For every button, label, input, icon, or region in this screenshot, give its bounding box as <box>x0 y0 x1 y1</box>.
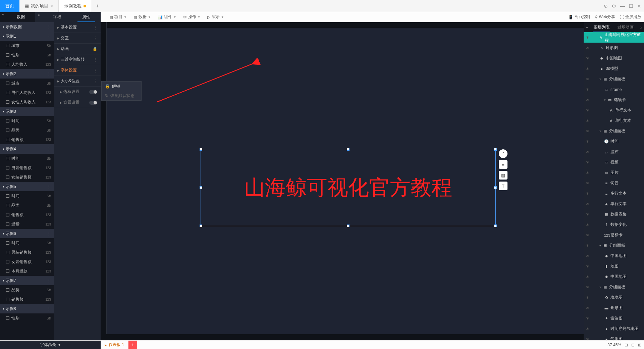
data-group-header[interactable]: ▾示例6⋮ <box>0 229 54 238</box>
resize-handle[interactable] <box>494 186 497 189</box>
add-tab-button[interactable]: + <box>92 3 103 9</box>
layer-row[interactable]: 👁✦雷达图 <box>584 313 644 323</box>
more-icon[interactable]: ⋮ <box>47 184 51 189</box>
visibility-icon[interactable]: 👁 <box>586 223 590 227</box>
resize-handle[interactable] <box>200 186 202 189</box>
data-field-row[interactable]: 女性人均收入123 <box>0 97 54 107</box>
visibility-icon[interactable]: 👁 <box>586 285 590 289</box>
data-field-row[interactable]: 品类Str <box>0 126 54 135</box>
layer-row[interactable]: 👁◆中国地图 <box>584 53 644 63</box>
prop-bg[interactable]: ▶背景设置 <box>54 97 101 108</box>
more-icon[interactable]: ⋮ <box>47 278 51 283</box>
checkbox-icon[interactable] <box>6 91 9 94</box>
visibility-icon[interactable]: 👁 <box>586 306 590 310</box>
data-field-row[interactable]: 城市Str <box>0 79 54 88</box>
visibility-icon[interactable]: 👁 <box>586 264 590 268</box>
data-field-row[interactable]: 性别Str <box>0 313 54 323</box>
prop-border[interactable]: ▶边框设置 <box>54 87 101 97</box>
visibility-icon[interactable]: 👁 <box>586 244 590 248</box>
visibility-icon[interactable]: 👁 <box>586 192 590 196</box>
layer-row[interactable]: 👁≡多行文本 <box>584 188 644 199</box>
minimize-icon[interactable]: — <box>620 3 625 9</box>
search-icon[interactable]: ⌕ <box>35 12 43 22</box>
layer-row[interactable]: 👁123指标卡 <box>584 230 644 240</box>
checkbox-icon[interactable] <box>6 82 9 85</box>
layer-row[interactable]: 👁▮地图 <box>584 261 644 271</box>
collapse-right-icon[interactable]: » <box>584 25 590 30</box>
app-control-button[interactable]: 📱App控制 <box>568 14 590 20</box>
layer-row[interactable]: 👁▭视频 <box>584 157 644 167</box>
checkbox-icon[interactable] <box>6 138 9 141</box>
fullscreen-button[interactable]: ⛶全屏播放 <box>620 14 641 20</box>
checkbox-icon[interactable] <box>6 129 9 132</box>
visibility-icon[interactable]: 👁 <box>586 275 590 279</box>
layer-row[interactable]: 👁▬矩形图 <box>584 303 644 313</box>
more-icon[interactable]: ⋮ <box>93 68 97 73</box>
checkbox-icon[interactable] <box>6 63 9 66</box>
data-field-row[interactable]: 销售额123 <box>0 210 54 219</box>
tool-text[interactable]: T <box>499 182 507 190</box>
canvas[interactable]: 山海鲸可视化官方教程 ⌃ ≡ ▧ T <box>101 22 584 340</box>
data-field-row[interactable]: 时间Str <box>0 238 54 248</box>
visibility-icon[interactable]: 👁 <box>586 98 590 102</box>
visibility-icon[interactable]: 👁 <box>586 129 590 133</box>
web-share-button[interactable]: ⚲Web分享 <box>595 14 615 20</box>
resize-handle[interactable] <box>494 225 497 227</box>
visibility-icon[interactable]: 👁 <box>586 212 590 216</box>
layer-row[interactable]: 👁A单行文本 <box>584 199 644 209</box>
checkbox-icon[interactable] <box>6 204 9 207</box>
checkbox-icon[interactable] <box>6 260 9 263</box>
more-icon[interactable]: ⋮ <box>93 25 97 30</box>
checkbox-icon[interactable] <box>6 269 9 273</box>
more-icon[interactable]: ⋮ <box>47 147 51 151</box>
data-field-row[interactable]: 男装销售额123 <box>0 163 54 172</box>
layer-row[interactable]: 👁▾▦分组面板 <box>584 74 644 84</box>
ctx-reset[interactable]: ↻恢复默认状态 <box>102 91 141 100</box>
data-field-row[interactable]: 本月退款123 <box>0 266 54 276</box>
layer-row[interactable]: 👁●时间序列气泡图 <box>584 323 644 334</box>
layer-row[interactable]: 👁●气泡图 <box>584 334 644 340</box>
visibility-icon[interactable]: 👁 <box>586 233 590 237</box>
checkbox-icon[interactable] <box>6 44 9 47</box>
checkbox-icon[interactable] <box>6 166 9 169</box>
more-icon[interactable]: ⋮ <box>47 24 51 29</box>
visibility-icon[interactable]: 👁 <box>586 254 590 258</box>
visibility-icon[interactable]: 👁 <box>586 77 590 81</box>
visibility-icon[interactable]: 👁 <box>586 119 590 123</box>
zoom-level[interactable]: 37.45% <box>607 343 621 347</box>
dashboard-tab[interactable]: ▸仪表板 1 <box>101 341 128 349</box>
layer-row[interactable]: 👁▾▦分组面板 <box>584 240 644 251</box>
search-icon[interactable]: ⌕ <box>638 25 644 30</box>
checkbox-icon[interactable] <box>6 251 9 254</box>
menu-component[interactable]: 📊组件▼ <box>155 14 179 20</box>
prop-basic[interactable]: ▶基本设置⋮ <box>54 22 101 33</box>
tab-home[interactable]: 首页 <box>0 0 19 12</box>
layer-row[interactable]: 👁A山海鲸可视化官方教程 <box>584 32 644 43</box>
add-dashboard-button[interactable]: + <box>128 341 137 349</box>
more-icon[interactable]: ⋮ <box>93 79 97 84</box>
data-group-header[interactable]: ▾示例7⋮ <box>0 276 54 285</box>
resize-handle[interactable] <box>347 148 350 151</box>
font-highlight[interactable]: 字体高亮▼ <box>0 341 101 349</box>
layer-row[interactable]: 👁A单行文本 <box>584 105 644 115</box>
data-field-row[interactable]: 性别Str <box>0 50 54 60</box>
tab-tutorial[interactable]: 示例教程 <box>59 0 92 12</box>
visibility-icon[interactable]: 👁 <box>586 67 590 71</box>
more-icon[interactable]: ⋮ <box>47 306 51 311</box>
layer-row[interactable]: 👁▦数据表格 <box>584 209 644 219</box>
tab-projects[interactable]: ▦我的项目× <box>19 0 59 12</box>
menu-present[interactable]: ▷演示▼ <box>205 14 227 20</box>
data-field-row[interactable]: 品类Str <box>0 285 54 295</box>
toggle-switch[interactable] <box>89 101 97 105</box>
data-field-row[interactable]: 时间Str <box>0 116 54 126</box>
tool-image[interactable]: ▧ <box>499 171 507 180</box>
checkbox-icon[interactable] <box>6 288 9 292</box>
layers-tab-list[interactable]: 图层列表 <box>590 22 614 32</box>
checkbox-icon[interactable] <box>6 100 9 104</box>
data-group-header[interactable]: ▾示例4⋮ <box>0 144 54 154</box>
maximize-icon[interactable]: ☐ <box>629 3 633 9</box>
tool-layers[interactable]: ≡ <box>499 160 507 169</box>
checkbox-icon[interactable] <box>6 53 9 57</box>
data-field-row[interactable]: 退货123 <box>0 219 54 229</box>
layer-row[interactable]: 👁▾▭选项卡 <box>584 95 644 105</box>
